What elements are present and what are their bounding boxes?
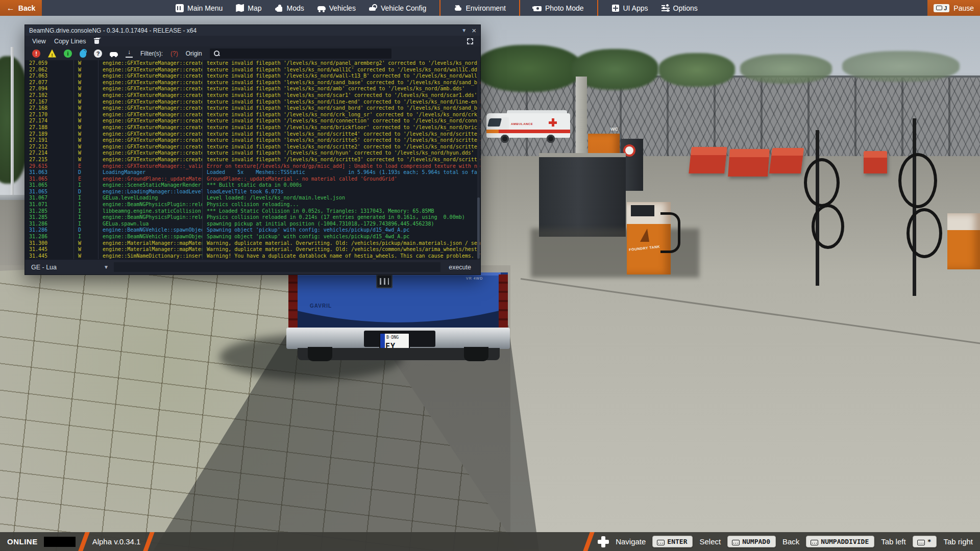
interpreter-select[interactable]: GE - Lua ▼ (31, 264, 109, 271)
menu-item-vehicles[interactable]: Vehicles (317, 0, 356, 16)
log-row[interactable]: 27.189Wengine::GFXTextureManager::create… (25, 131, 480, 138)
log-scrollbar[interactable] (477, 60, 480, 260)
menu-item-vehicle-config[interactable]: Vehicle Config (369, 0, 427, 16)
menu-item-ui-apps[interactable]: UI Apps (611, 0, 648, 16)
filter-warnings-icon[interactable]: ! (48, 49, 56, 58)
scrollbar-thumb[interactable] (477, 197, 480, 259)
clear-log-icon[interactable] (94, 38, 100, 44)
log-row[interactable]: 27.077Wengine::GFXTextureManager::create… (25, 80, 480, 86)
menu-copy-lines[interactable]: Copy Lines (54, 38, 86, 45)
truck-wheel-right (464, 347, 488, 361)
log-row[interactable]: 31.286Iengine::BeamNGVehicle::spawnObjec… (25, 234, 480, 240)
log-message: Physics collision reloaded in 0.214s (17… (203, 214, 480, 221)
ambulance-label: AMBULANCE (511, 122, 533, 126)
filter-origin-label[interactable]: Origin (186, 50, 202, 57)
pause-label: Pause (953, 4, 974, 12)
log-row[interactable]: 27.212Wengine::GFXTextureManager::create… (25, 144, 480, 151)
menu-view[interactable]: View (32, 38, 46, 45)
log-row[interactable]: 31.065Iengine::SceneStaticManagerRender:… (25, 182, 480, 189)
menu-item-map[interactable]: Map (236, 0, 261, 16)
traffic-barrier-3 (769, 148, 804, 173)
log-row[interactable]: 31.071Iengine::BeamNGPhysicsPlugin::relo… (25, 202, 480, 208)
pause-button[interactable]: J Pause (927, 0, 980, 16)
menu-item-main-menu[interactable]: Main Menu (176, 0, 223, 16)
log-level: I (74, 234, 99, 240)
log-origin: engine::GFXTextureManager::_validateTexP… (99, 163, 203, 170)
log-level: W (74, 80, 99, 86)
log-row[interactable]: 31.445Wengine::SimNameDictionary::insert… (25, 253, 480, 260)
filter-errors-icon[interactable]: ! (32, 49, 40, 58)
back-button[interactable]: ← Back (0, 0, 42, 16)
log-origin: engine::BeamNGVehicle::spawnObject (99, 234, 203, 240)
execute-button[interactable]: execute (446, 263, 474, 272)
log-row[interactable]: 27.170Wengine::GFXTextureManager::create… (25, 112, 480, 118)
log-row[interactable]: 31.065Dengine::LoadingManager::loadLevel… (25, 189, 480, 195)
bottom-status-bar: ONLINE Alpha v.0.34.1 NavigateENTERSelec… (0, 532, 980, 551)
log-level: W (74, 144, 99, 151)
fullscreen-icon[interactable] (467, 38, 473, 44)
log-row[interactable]: 27.215Wengine::GFXTextureManager::create… (25, 157, 480, 163)
log-row[interactable]: 27.094Wengine::GFXTextureManager::create… (25, 86, 480, 92)
log-level: I (74, 195, 99, 202)
menu-item-mods[interactable]: Mods (275, 0, 304, 16)
log-origin: engine::GFXTextureManager::createTexture (99, 92, 203, 99)
log-level: W (74, 118, 99, 124)
log-message: texture invalid filepath '/levels/ks_nor… (203, 112, 480, 118)
dispenser-hose (660, 212, 680, 253)
log-row[interactable]: 27.174Wengine::GFXTextureManager::create… (25, 118, 480, 124)
log-row[interactable]: 31.067IGELua.levelLoadingLevel loaded: /… (25, 195, 480, 202)
log-row[interactable]: 27.168Wengine::GFXTextureManager::create… (25, 105, 480, 112)
log-row[interactable]: 31.286IGELua.spawn.luaspawning pickup at… (25, 221, 480, 228)
log-message: Spawning object 'pickup' with config: ve… (203, 234, 480, 240)
command-input[interactable] (114, 262, 440, 272)
log-row[interactable]: 31.445Wengine::MaterialManager::mapMater… (25, 246, 480, 253)
log-row[interactable]: 27.167Wengine::GFXTextureManager::create… (25, 99, 480, 106)
menu-item-options[interactable]: Options (662, 0, 698, 16)
menu-item-photo-mode[interactable]: Photo Mode (533, 0, 584, 16)
log-level: I (74, 182, 99, 189)
log-row[interactable]: 31.286Dengine::BeamNGVehicle::spawnObjec… (25, 227, 480, 234)
menu-item-label: Mods (287, 4, 304, 12)
log-row[interactable]: 31.063DLoadingManagerLoaded 5x Meshes::T… (25, 169, 480, 176)
window-close-icon[interactable]: × (472, 27, 476, 34)
log-row[interactable]: 27.059Wengine::GFXTextureManager::create… (25, 60, 480, 67)
menu-item-label: Vehicles (329, 4, 356, 12)
filter-hint[interactable]: (?) (170, 50, 178, 57)
filter-info-icon[interactable]: i (64, 49, 72, 58)
log-time: 27.063 (25, 73, 74, 80)
log-time: 31.071 (25, 202, 74, 208)
log-row[interactable]: 27.188Wengine::GFXTextureManager::create… (25, 124, 480, 131)
log-time: 31.065 (25, 189, 74, 195)
log-row[interactable]: 27.063Wengine::GFXTextureManager::create… (25, 73, 480, 80)
log-row[interactable]: 31.300Wengine::MaterialManager::mapMater… (25, 240, 480, 247)
search-icon (214, 51, 220, 57)
log-message: Level loaded: /levels/ks_nord/main.level… (203, 195, 480, 202)
log-row[interactable]: 31.285Iengine::BeamNGPhysicsPlugin::relo… (25, 214, 480, 221)
log-row[interactable]: 29.615Eengine::GFXTextureManager::_valid… (25, 163, 480, 170)
filter-debug-icon[interactable] (80, 50, 86, 58)
log-row[interactable]: 27.062Wengine::GFXTextureManager::create… (25, 67, 480, 73)
log-row[interactable]: 27.102Wengine::GFXTextureManager::create… (25, 92, 480, 99)
console-titlebar[interactable]: BeamNG.drive.consoleNG - 0.34.1.0.17494 … (25, 25, 480, 36)
log-message: texture invalid filepath 'levels/ks_nord… (203, 86, 480, 92)
search-input[interactable] (223, 50, 387, 57)
log-time: 27.188 (25, 124, 74, 131)
hint-label-navigate: Navigate (616, 537, 646, 546)
log-level: I (74, 214, 99, 221)
log-row[interactable]: 31.065Eengine::GroundPlane::_updateMater… (25, 176, 480, 183)
hint-label-tab-left: Tab left (881, 537, 905, 546)
log-time: 27.215 (25, 157, 74, 163)
log-row[interactable]: 27.191Wengine::GFXTextureManager::create… (25, 137, 480, 144)
window-collapse-icon[interactable]: ▼ (461, 28, 467, 33)
filter-vehicle-icon[interactable] (110, 50, 118, 57)
tree-row-1 (475, 45, 582, 92)
filter-help-icon[interactable]: ? (94, 49, 102, 58)
log-level: W (74, 150, 99, 157)
menu-item-environment[interactable]: Environment (454, 0, 506, 16)
log-row[interactable]: 27.214Wengine::GFXTextureManager::create… (25, 150, 480, 157)
tree-row-5 (842, 51, 960, 82)
log-row[interactable]: 31.285Ilibbeamng.engine.staticCollision*… (25, 208, 480, 215)
download-log-icon[interactable]: ↓ (126, 49, 133, 58)
menu-item-label: Environment (465, 4, 506, 12)
filter-search-box[interactable] (210, 48, 391, 59)
